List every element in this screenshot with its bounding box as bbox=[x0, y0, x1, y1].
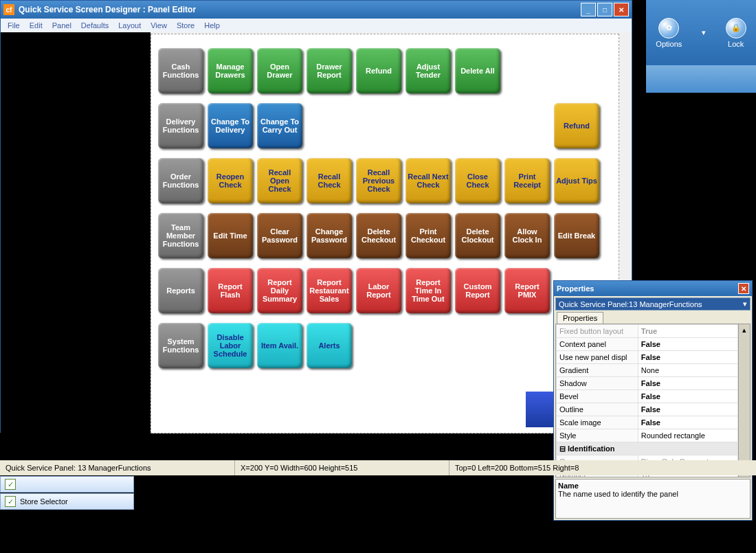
panel-button[interactable]: Alerts bbox=[307, 323, 352, 368]
panel-button[interactable]: Refund bbox=[554, 103, 599, 148]
menu-view[interactable]: View bbox=[151, 21, 167, 30]
prop-key: Scale image bbox=[557, 416, 638, 429]
menu-layout[interactable]: Layout bbox=[118, 21, 141, 30]
prop-key: Shadow bbox=[557, 377, 638, 390]
panel-button[interactable]: Report Restaurant Sales bbox=[307, 268, 352, 313]
panel-button[interactable]: Change To Delivery bbox=[208, 103, 253, 148]
desktop-toolbar-strip bbox=[646, 65, 756, 93]
prop-value[interactable]: False bbox=[638, 338, 737, 351]
prop-value[interactable]: False bbox=[638, 403, 737, 416]
tab-properties[interactable]: Properties bbox=[557, 312, 603, 324]
prop-value[interactable]: False bbox=[638, 351, 737, 364]
panel-button[interactable]: Reopen Check bbox=[208, 158, 253, 203]
lock-icon: 🔒 bbox=[726, 18, 746, 38]
panel-button[interactable]: Report Flash bbox=[208, 268, 253, 313]
panel-button[interactable]: Drawer Report bbox=[307, 48, 352, 93]
properties-selector[interactable]: Quick Service Panel:13 ManagerFunctions … bbox=[554, 296, 752, 312]
prop-value[interactable]: False bbox=[638, 390, 737, 403]
panel-button[interactable]: Refund bbox=[356, 48, 401, 93]
prop-value[interactable]: None bbox=[638, 364, 737, 377]
panel-button[interactable]: Disable Labor Schedule bbox=[208, 323, 253, 368]
panel-button[interactable]: Allow Clock In bbox=[504, 213, 550, 258]
panel-canvas[interactable]: Cash FunctionsManage DrawersOpen DrawerD… bbox=[151, 34, 619, 433]
maximize-button[interactable]: □ bbox=[597, 3, 612, 16]
properties-grid[interactable]: Fixed button layoutTrueContext panelFals… bbox=[555, 324, 751, 477]
status-bounds: Top=0 Left=200 Bottom=515 Right=8 bbox=[449, 460, 584, 475]
panel-button[interactable]: Delete Checkout bbox=[356, 213, 401, 258]
panel-button[interactable]: Recall Previous Check bbox=[356, 158, 401, 203]
panel-button[interactable]: Open Drawer bbox=[257, 48, 302, 93]
scroll-up-icon[interactable]: ▴ bbox=[738, 324, 750, 477]
titlebar[interactable]: cf Quick Service Screen Designer : Panel… bbox=[1, 1, 632, 19]
bottom-sidebar: ✓ ✓ Store Selector bbox=[0, 475, 134, 510]
panel-button[interactable]: Report PMIX bbox=[504, 268, 550, 313]
panel-button[interactable]: Adjust Tender bbox=[405, 48, 451, 93]
panel-button[interactable]: Close Check bbox=[455, 158, 500, 203]
prop-key: Gradient bbox=[557, 364, 638, 377]
panel-button[interactable]: Team Member Functions bbox=[158, 213, 203, 258]
properties-titlebar[interactable]: Properties ✕ bbox=[554, 281, 752, 296]
options-dropdown-icon[interactable]: ▾ bbox=[702, 28, 706, 37]
panel-button[interactable]: Order Functions bbox=[158, 158, 203, 203]
panel-button[interactable]: Recall Open Check bbox=[257, 158, 302, 203]
properties-tabs: Properties bbox=[554, 312, 752, 324]
app-icon: cf bbox=[3, 4, 14, 15]
chevron-down-icon[interactable]: ▾ bbox=[743, 300, 747, 308]
prop-value[interactable]: False bbox=[638, 377, 737, 390]
menubar: FileEditPanelDefaultsLayoutViewStoreHelp bbox=[1, 19, 632, 32]
options-button[interactable]: ✿ Options bbox=[656, 18, 682, 48]
panel-button[interactable]: Item Avail. bbox=[257, 323, 302, 368]
panel-button[interactable]: Reports bbox=[158, 268, 203, 313]
panel-button[interactable]: Labor Report bbox=[356, 268, 401, 313]
menu-help[interactable]: Help bbox=[204, 21, 220, 30]
panel-button[interactable]: Change To Carry Out bbox=[257, 103, 302, 148]
panel-button[interactable]: Report Daily Summary bbox=[257, 268, 302, 313]
menu-edit[interactable]: Edit bbox=[30, 21, 43, 30]
menu-panel[interactable]: Panel bbox=[52, 21, 71, 30]
panel-button[interactable]: Clear Password bbox=[257, 213, 302, 258]
panel-button[interactable]: Adjust Tips bbox=[554, 158, 599, 203]
check-icon: ✓ bbox=[5, 496, 16, 507]
canvas-margin-left bbox=[1, 32, 151, 433]
check-icon: ✓ bbox=[5, 479, 16, 490]
panel-button[interactable]: Report Time In Time Out bbox=[405, 268, 451, 313]
close-button[interactable]: ✕ bbox=[614, 3, 629, 16]
options-label: Options bbox=[656, 40, 682, 48]
properties-description: Name The name used to identify the panel bbox=[555, 479, 751, 519]
menu-defaults[interactable]: Defaults bbox=[81, 21, 109, 30]
window-title: Quick Service Screen Designer : Panel Ed… bbox=[19, 5, 196, 14]
minimize-button[interactable]: _ bbox=[581, 3, 596, 16]
panel-button[interactable]: Recall Check bbox=[307, 158, 352, 203]
panel-button[interactable]: Edit Time bbox=[208, 213, 253, 258]
menu-file[interactable]: File bbox=[8, 21, 20, 30]
panel-button[interactable]: Print Checkout bbox=[405, 213, 451, 258]
gear-icon: ✿ bbox=[658, 18, 679, 38]
panel-button[interactable]: Manage Drawers bbox=[208, 48, 253, 93]
panel-button[interactable]: Recall Next Check bbox=[405, 158, 451, 203]
desc-title: Name bbox=[558, 482, 748, 490]
panel-button[interactable]: Change Password bbox=[307, 213, 352, 258]
prop-value[interactable]: True bbox=[638, 325, 737, 338]
properties-title: Properties bbox=[557, 284, 594, 293]
lock-label: Lock bbox=[728, 40, 744, 48]
lock-button[interactable]: 🔒 Lock bbox=[726, 18, 746, 48]
designer-window: cf Quick Service Screen Designer : Panel… bbox=[0, 0, 632, 433]
properties-close-button[interactable]: ✕ bbox=[738, 283, 749, 294]
status-bar: Quick Service Panel: 13 ManagerFunctions… bbox=[0, 460, 756, 475]
panel-button[interactable]: Edit Break bbox=[554, 213, 599, 258]
sidebar-item-1[interactable]: ✓ bbox=[0, 476, 134, 493]
panel-button[interactable]: Custom Report bbox=[455, 268, 500, 313]
panel-button[interactable]: Delete All bbox=[455, 48, 500, 93]
prop-value[interactable]: Rounded rectangle bbox=[638, 429, 737, 442]
prop-value[interactable]: False bbox=[638, 416, 737, 429]
panel-button[interactable]: Print Receipt bbox=[504, 158, 550, 203]
menu-store[interactable]: Store bbox=[177, 21, 194, 30]
prop-key: Outline bbox=[557, 403, 638, 416]
panel-button[interactable]: Delivery Functions bbox=[158, 103, 203, 148]
prop-key: Bevel bbox=[557, 390, 638, 403]
panel-button[interactable]: Cash Functions bbox=[158, 48, 203, 93]
sidebar-item-store-selector[interactable]: ✓ Store Selector bbox=[0, 493, 134, 510]
panel-button[interactable]: Delete Clockout bbox=[455, 213, 500, 258]
properties-window: Properties ✕ Quick Service Panel:13 Mana… bbox=[553, 280, 753, 521]
panel-button[interactable]: System Functions bbox=[158, 323, 203, 368]
